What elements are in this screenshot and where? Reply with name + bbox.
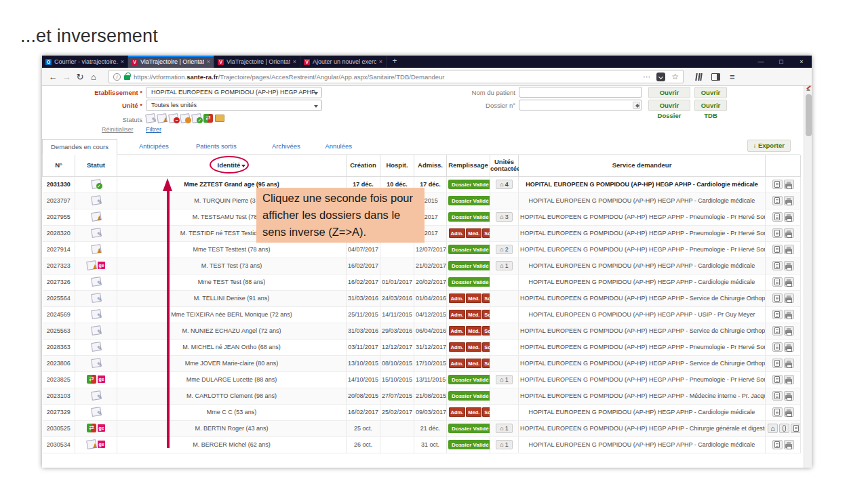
table-row[interactable]: 2023806✎Mme JOVER Marie-claire (80 ans)1… (43, 355, 801, 371)
close-button[interactable]: × (791, 56, 812, 68)
ouvrir-tdb-button[interactable]: Ouvrir TDB (694, 87, 727, 98)
print-action-button[interactable] (784, 391, 794, 401)
ouvrir-dossier-button-2[interactable]: Ouvrir Dossier (648, 100, 690, 111)
print-action-button[interactable] (784, 407, 794, 417)
table-row[interactable]: 2028363✎M. MICHEL né JEAN Ortho (68 ans)… (43, 339, 801, 355)
sidebar-icon[interactable] (711, 73, 720, 81)
print-action-button[interactable] (784, 261, 794, 270)
tab-annulées[interactable]: Annulées (325, 139, 352, 154)
doc-action-button[interactable] (772, 342, 783, 352)
doc-action-button[interactable] (772, 326, 783, 336)
browser-tab[interactable]: OCourrier - viatrajectoire.idf@se× (42, 56, 128, 68)
tab-close-icon[interactable]: × (293, 58, 296, 65)
table-row[interactable]: 2030525⇄geM. BERTIN Roger (43 ans)25 oct… (43, 420, 801, 436)
page-info-icon[interactable]: i (113, 73, 121, 81)
print-action-button[interactable] (784, 245, 794, 254)
print-action-button[interactable] (784, 310, 794, 319)
refresh-icon[interactable]: ↻ (73, 72, 87, 82)
nom-patient-input[interactable] (519, 87, 642, 98)
menu-icon[interactable]: ≡ (730, 72, 735, 82)
doc-action-button[interactable] (772, 375, 783, 384)
pocket-icon[interactable] (656, 73, 665, 81)
maximize-button[interactable]: □ (771, 56, 791, 68)
table-row[interactable]: 2027329✎Mme C C (53 ans)16/02/201725/02/… (43, 404, 801, 420)
unites-contactees-chip[interactable]: ⌂2 (496, 245, 512, 254)
tab-anticipées[interactable]: Anticipées (139, 139, 169, 154)
column-header[interactable]: Hospit. (380, 155, 414, 176)
scrollbar-thumb[interactable] (806, 94, 812, 136)
library-icon[interactable] (695, 73, 703, 81)
unites-contactees-chip[interactable]: ⌂1 (496, 375, 512, 384)
print-action-button[interactable] (784, 326, 794, 336)
unites-contactees-chip[interactable]: ⌂4 (496, 180, 512, 189)
forward-icon[interactable]: → (60, 72, 73, 82)
doc-action-button[interactable] (772, 310, 783, 319)
tab-archivées[interactable]: Archivées (272, 139, 300, 154)
print-action-button[interactable] (784, 293, 794, 303)
browser-tab[interactable]: VViaTrajectoire | Orientation en S× (214, 56, 300, 68)
column-header[interactable]: Unités contactées (490, 155, 519, 176)
reinitialiser-link[interactable]: Réinitialiser (102, 126, 134, 133)
new-tab-button[interactable]: + (387, 56, 403, 68)
print-action-button[interactable] (784, 180, 794, 189)
url-bar[interactable]: i https://vtformation.sante-ra.fr/Trajec… (108, 70, 684, 83)
print-action-button[interactable] (784, 277, 794, 287)
tab-close-icon[interactable]: × (207, 58, 210, 65)
doc-action-button[interactable] (772, 359, 783, 368)
validated-icon[interactable]: ✓ (192, 114, 201, 123)
column-header[interactable]: Statut (75, 155, 117, 176)
doc-action-button[interactable] (772, 196, 783, 205)
scroll-up-arrow[interactable] (806, 88, 810, 91)
back-icon[interactable]: ← (46, 72, 60, 82)
home-icon[interactable]: ⌂ (87, 72, 100, 82)
browser-tab[interactable]: VViaTrajectoire | Orientation en S× (128, 56, 214, 68)
minimize-button[interactable]: — (751, 56, 771, 68)
tab-demandes-en-cours[interactable]: Demandes en cours (42, 139, 117, 155)
transfer-icon[interactable]: ⇄ (203, 114, 213, 123)
exporter-button[interactable]: ↓ Exporter (747, 140, 791, 152)
print-action-button[interactable] (784, 359, 794, 368)
column-header[interactable]: Admiss. (414, 155, 447, 176)
unite-select[interactable]: Toutes les unités (146, 100, 322, 111)
unites-contactees-chip[interactable]: ⌂1 (496, 440, 512, 449)
column-header[interactable]: Service demandeur (519, 155, 766, 176)
print-action-button[interactable] (784, 375, 794, 384)
print-action-button[interactable] (784, 440, 794, 449)
table-row[interactable]: 2027323♟geM. TEST Test (73 ans)16/02/201… (43, 258, 801, 274)
column-header[interactable]: Création (347, 155, 380, 176)
etablissement-select[interactable]: HOPITAL EUROPEEN G POMPIDOU (AP-HP) HEGP… (146, 87, 322, 98)
unites-contactees-chip[interactable]: ⌂1 (496, 424, 512, 433)
doc-action-button[interactable] (772, 212, 783, 222)
print-action-button[interactable] (784, 212, 794, 222)
doc-action-button[interactable] (772, 391, 783, 401)
unites-contactees-chip[interactable]: ⌂1 (496, 261, 512, 270)
table-row[interactable]: 2025564✎M. TELLINI Denise (91 ans)31/03/… (43, 290, 801, 306)
table-row[interactable]: 2030534♟geM. BERGER Michel (62 ans)26 oc… (43, 436, 801, 453)
doc-action-button[interactable] (772, 261, 783, 270)
vertical-scrollbar[interactable] (804, 86, 812, 468)
tab-patients-sortis[interactable]: Patients sortis (196, 139, 237, 154)
doc-action-button[interactable] (772, 180, 783, 189)
ouvrir-tdb-button-2[interactable]: Ouvrir TDB (694, 100, 727, 111)
column-header[interactable]: N° (43, 155, 75, 176)
column-header[interactable] (766, 155, 801, 176)
filtrer-link[interactable]: Filtrer (146, 126, 161, 133)
print-action-button[interactable] (784, 342, 794, 352)
print-action-button[interactable] (784, 228, 794, 238)
doc-action-button[interactable] (772, 245, 783, 254)
draft-icon[interactable]: ✎ (146, 114, 155, 123)
table-row[interactable]: 2023103✎M. CARLOTTO Clement (98 ans)20/0… (43, 388, 801, 404)
table-row[interactable]: 2024569✎Mme TEIXEIRA née BERL Monique (7… (43, 306, 801, 323)
table-row[interactable]: 2027326✎Mme TEST Test (88 ans)16/02/2017… (43, 274, 801, 290)
waiting-icon[interactable] (180, 114, 190, 123)
number-spinner[interactable] (633, 102, 640, 109)
dossier-n-input[interactable] (519, 100, 642, 110)
print-action-button[interactable] (784, 196, 794, 205)
archive-icon[interactable] (215, 114, 224, 123)
doc-action-button[interactable] (772, 228, 783, 238)
bookmark-star-icon[interactable]: ☆ (671, 72, 679, 81)
tab-close-icon[interactable]: × (379, 58, 382, 65)
doc-action-button[interactable] (772, 407, 783, 417)
doc-action-button[interactable] (791, 424, 801, 433)
table-row[interactable]: 2025563✎M. NUNIEZ ECHAZU Angel (72 ans)3… (43, 323, 801, 339)
